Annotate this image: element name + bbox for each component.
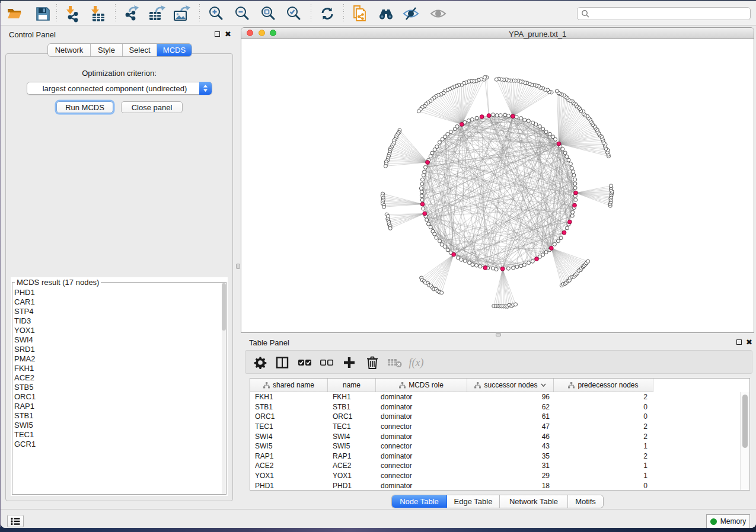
- mcds-node-item[interactable]: CAR1: [13, 297, 222, 307]
- table-row[interactable]: FKH1FKH1dominator962: [250, 392, 749, 402]
- mcds-node-item[interactable]: ACE2: [13, 373, 222, 383]
- toolbar-separator: [115, 4, 116, 23]
- close-panel-button[interactable]: Close panel: [121, 101, 183, 113]
- mcds-node-item[interactable]: PMA2: [13, 354, 222, 364]
- create-new-column-icon[interactable]: [340, 354, 358, 371]
- tab-network-table[interactable]: Network Table: [500, 495, 568, 508]
- table-row[interactable]: RAP1RAP1dominator352: [250, 451, 749, 462]
- column-header-predecessor-nodes[interactable]: predecessor nodes: [554, 379, 653, 392]
- network-graph[interactable]: [241, 40, 754, 333]
- zoom-out-icon[interactable]: [233, 5, 251, 23]
- float-window-icon[interactable]: [215, 31, 220, 37]
- memory-button[interactable]: Memory: [706, 514, 750, 528]
- unselect-all-columns-icon[interactable]: [318, 354, 336, 371]
- close-table-panel-icon[interactable]: ✖: [746, 339, 752, 345]
- cell-MCDS-role: dominator: [376, 482, 467, 490]
- minimize-traffic-light[interactable]: [259, 30, 265, 36]
- search-input[interactable]: [590, 8, 750, 19]
- export-table-icon[interactable]: [148, 5, 165, 23]
- tab-select[interactable]: Select: [123, 44, 157, 56]
- table-options-icon[interactable]: [251, 354, 269, 371]
- hide-selected-icon[interactable]: [402, 5, 420, 23]
- delete-table-icon[interactable]: [386, 354, 404, 371]
- find-icon[interactable]: [377, 5, 395, 23]
- zoom-selected-icon[interactable]: [285, 5, 302, 23]
- new-network-from-selection-icon[interactable]: [351, 5, 369, 23]
- show-column-icon[interactable]: [273, 354, 291, 371]
- mcds-node-item[interactable]: SWI4: [13, 335, 222, 345]
- splitter-grip[interactable]: [236, 264, 240, 269]
- mcds-node-item[interactable]: SWI5: [13, 421, 222, 430]
- mcds-list-scrollbar[interactable]: [222, 283, 226, 494]
- delete-columns-icon[interactable]: [363, 354, 381, 371]
- export-image-icon[interactable]: [173, 5, 190, 23]
- mcds-node-item[interactable]: STB5: [13, 383, 222, 392]
- tab-motifs[interactable]: Motifs: [568, 495, 603, 508]
- criterion-dropdown[interactable]: largest connected component (undirected): [27, 82, 212, 95]
- close-traffic-light[interactable]: [247, 30, 253, 36]
- panel-splitter[interactable]: [236, 26, 241, 509]
- mcds-node-item[interactable]: ORC1: [13, 392, 222, 402]
- mcds-node-item[interactable]: RAP1: [13, 402, 222, 411]
- table-scrollbar[interactable]: [740, 392, 749, 490]
- status-bar: Memory: [1, 509, 756, 528]
- tab-edge-table[interactable]: Edge Table: [447, 495, 500, 508]
- table-row[interactable]: ORC1ORC1dominator610: [250, 412, 749, 422]
- mcds-list-scrollbar-thumb[interactable]: [222, 283, 226, 331]
- mcds-node-item[interactable]: PHD1: [13, 288, 222, 297]
- refresh-icon[interactable]: [318, 5, 336, 23]
- column-header-label: name: [343, 381, 361, 389]
- table-row[interactable]: SWI5SWI5connector431: [250, 441, 749, 451]
- table-row[interactable]: SWI4SWI4dominator462: [250, 431, 749, 441]
- tab-node-table[interactable]: Node Table: [392, 495, 447, 508]
- tab-network[interactable]: Network: [48, 44, 91, 56]
- table-row[interactable]: STB1STB1dominator620: [250, 402, 749, 412]
- cell-shared-name: RAP1: [250, 452, 328, 460]
- mcds-node-item[interactable]: TEC1: [13, 430, 222, 440]
- column-header-shared-name[interactable]: shared name: [250, 379, 328, 392]
- import-network-icon[interactable]: [65, 5, 82, 23]
- mcds-node-item[interactable]: STP4: [13, 307, 222, 316]
- network-window-titlebar[interactable]: YPA_prune.txt_1: [241, 28, 754, 39]
- table-row[interactable]: YOX1YOX1connector291: [250, 471, 749, 481]
- run-mcds-button[interactable]: Run MCDS: [56, 101, 113, 113]
- zoom-in-icon[interactable]: [207, 5, 225, 23]
- tab-style[interactable]: Style: [91, 44, 123, 56]
- import-table-icon[interactable]: [90, 5, 107, 23]
- mcds-node-item[interactable]: SRD1: [13, 345, 222, 354]
- zoom-fit-icon[interactable]: [259, 5, 277, 23]
- column-header-name[interactable]: name: [328, 379, 376, 392]
- mcds-node-item[interactable]: YOX1: [13, 326, 222, 335]
- table-row[interactable]: ACE2ACE2connector311: [250, 461, 749, 471]
- save-session-icon[interactable]: [34, 5, 52, 23]
- main-toolbar: [1, 1, 756, 25]
- network-window: YPA_prune.txt_1: [241, 27, 754, 333]
- function-builder-icon[interactable]: f(x): [407, 354, 425, 371]
- table-row[interactable]: TEC1TEC1connector472: [250, 422, 749, 432]
- cell-predecessor-nodes: 1: [554, 442, 653, 450]
- maximize-traffic-light[interactable]: [270, 30, 276, 36]
- close-window-icon[interactable]: ✖: [225, 31, 231, 37]
- column-header-successor-nodes[interactable]: successor nodes: [467, 379, 554, 392]
- mcds-node-item[interactable]: FKH1: [13, 364, 222, 373]
- task-history-button[interactable]: [7, 515, 24, 527]
- cell-name: SWI5: [328, 442, 376, 450]
- float-table-panel-icon[interactable]: [736, 339, 742, 345]
- toolbar-separator: [199, 4, 200, 23]
- table-scrollbar-thumb[interactable]: [742, 395, 748, 448]
- show-all-icon[interactable]: [429, 5, 447, 23]
- workspace-area: YPA_prune.txt_1 Table Panel ✖: [241, 26, 756, 509]
- tab-mcds[interactable]: MCDS: [157, 44, 192, 56]
- mcds-node-item[interactable]: STB1: [13, 411, 222, 421]
- column-header-MCDS-role[interactable]: MCDS role: [376, 379, 467, 392]
- network-view-canvas[interactable]: [241, 40, 754, 333]
- memory-label: Memory: [720, 517, 746, 525]
- export-network-icon[interactable]: [123, 5, 141, 23]
- open-file-icon[interactable]: [5, 5, 23, 23]
- table-row[interactable]: PHD1PHD1dominator180: [250, 480, 749, 490]
- mcds-node-item[interactable]: TID3: [13, 316, 222, 326]
- select-all-columns-icon[interactable]: [296, 354, 314, 371]
- mcds-node-item[interactable]: GCR1: [13, 440, 222, 449]
- cell-name: ACE2: [328, 462, 376, 470]
- column-header-label: predecessor nodes: [578, 381, 638, 389]
